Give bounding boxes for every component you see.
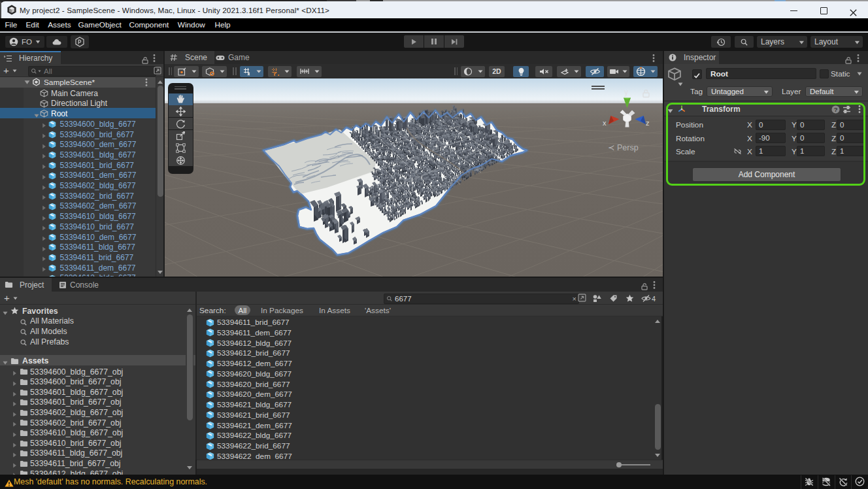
svg-text:y: y <box>624 88 628 97</box>
svg-text:z: z <box>646 119 650 127</box>
svg-text:4: 4 <box>652 295 656 303</box>
svg-text:x: x <box>603 119 607 127</box>
